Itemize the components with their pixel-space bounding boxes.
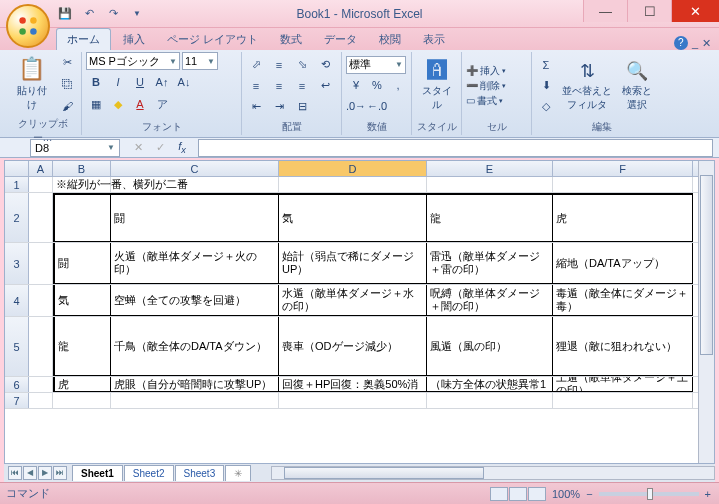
cell[interactable]: 始計（弱点で稀にダメージUP） — [279, 243, 427, 284]
col-header[interactable]: E — [427, 161, 553, 176]
merge-icon[interactable]: ⊟ — [292, 97, 312, 117]
row-header[interactable]: 4 — [5, 285, 29, 316]
number-format-combo[interactable]: 標準▼ — [346, 56, 406, 74]
cell[interactable]: 気 — [279, 193, 427, 242]
minimize-ribbon-icon[interactable]: _ — [692, 37, 698, 49]
save-icon[interactable]: 💾 — [56, 5, 74, 23]
align-left-icon[interactable]: ≡ — [246, 76, 266, 96]
cell[interactable] — [279, 393, 427, 408]
row-header[interactable]: 7 — [5, 393, 29, 408]
prev-sheet-button[interactable]: ◀ — [23, 466, 37, 480]
row-header[interactable]: 1 — [5, 177, 29, 192]
wrap-text-icon[interactable]: ↩ — [315, 76, 335, 96]
cell[interactable]: 虎眼（自分が暗闇時に攻撃UP） — [111, 377, 279, 392]
cell[interactable]: 闘 — [111, 193, 279, 242]
zoom-level[interactable]: 100% — [552, 488, 580, 500]
cell[interactable]: 気 — [53, 285, 111, 316]
cell[interactable] — [427, 177, 553, 192]
cell[interactable] — [53, 393, 111, 408]
maximize-button[interactable]: ☐ — [627, 0, 671, 22]
zoom-out-button[interactable]: − — [586, 488, 592, 500]
autosum-icon[interactable]: Σ — [536, 55, 556, 75]
orientation-icon[interactable]: ⟲ — [315, 55, 335, 75]
cell[interactable]: 雷迅（敵単体ダメージ＋雷の印） — [427, 243, 553, 284]
cell[interactable]: 土遁（敵単体ダメージ＋土の印） — [553, 377, 693, 392]
cell[interactable] — [29, 377, 53, 392]
fill-color-button[interactable]: ◆ — [108, 94, 128, 114]
cell[interactable] — [29, 317, 53, 376]
tab-review[interactable]: 校閲 — [369, 29, 411, 50]
horizontal-scrollbar[interactable] — [271, 466, 715, 480]
align-center-icon[interactable]: ≡ — [269, 76, 289, 96]
shrink-font-icon[interactable]: A↓ — [174, 72, 194, 92]
cell[interactable] — [29, 285, 53, 316]
sort-filter-button[interactable]: ⇅ 並べ替えと フィルタ — [558, 58, 616, 114]
cell[interactable]: 縮地（DA/TAアップ） — [553, 243, 693, 284]
cell[interactable] — [29, 193, 53, 242]
bold-button[interactable]: B — [86, 72, 106, 92]
cell[interactable] — [279, 177, 427, 192]
cell[interactable] — [29, 243, 53, 284]
cell[interactable]: 火遁（敵単体ダメージ＋火の印） — [111, 243, 279, 284]
align-middle-icon[interactable]: ≡ — [269, 55, 289, 75]
cell[interactable]: 虎 — [553, 193, 693, 242]
zoom-slider[interactable] — [599, 492, 699, 496]
cell[interactable]: 活殺（自分の状態異常全て回復＋HP回復：奥義50%消費） — [279, 377, 427, 392]
undo-icon[interactable]: ↶ — [80, 5, 98, 23]
clear-icon[interactable]: ◇ — [536, 97, 556, 117]
cell[interactable]: 喪車（ODゲージ減少） — [279, 317, 427, 376]
grow-font-icon[interactable]: A↑ — [152, 72, 172, 92]
cell[interactable]: 龍 — [53, 317, 111, 376]
sheet-tab[interactable]: Sheet2 — [124, 465, 174, 481]
insert-cells-button[interactable]: ➕挿入▾ — [466, 64, 506, 78]
fx-icon[interactable]: fx — [172, 138, 192, 158]
next-sheet-button[interactable]: ▶ — [38, 466, 52, 480]
row-header[interactable]: 3 — [5, 243, 29, 284]
col-header[interactable]: A — [29, 161, 53, 176]
cell[interactable]: 千鳥（敵全体のDA/TAダウン） — [111, 317, 279, 376]
cell[interactable]: 龍 — [427, 193, 553, 242]
row-header[interactable]: 2 — [5, 193, 29, 242]
col-header[interactable]: B — [53, 161, 111, 176]
page-layout-view-button[interactable] — [509, 487, 527, 501]
format-painter-icon[interactable]: 🖌 — [57, 96, 77, 116]
qat-dropdown-icon[interactable]: ▼ — [128, 5, 146, 23]
percent-icon[interactable]: % — [367, 75, 387, 95]
row-header[interactable]: 5 — [5, 317, 29, 376]
font-name-combo[interactable]: MS Pゴシック▼ — [86, 52, 180, 70]
cell[interactable] — [111, 393, 279, 408]
font-color-button[interactable]: A — [130, 94, 150, 114]
sheet-tab[interactable]: Sheet1 — [72, 465, 123, 481]
cancel-formula-icon[interactable]: ✕ — [128, 138, 148, 158]
cut-icon[interactable]: ✂ — [57, 52, 77, 72]
tab-home[interactable]: ホーム — [56, 28, 111, 50]
cell[interactable]: ※縦列が一番、横列が二番 — [53, 177, 111, 192]
tab-view[interactable]: 表示 — [413, 29, 455, 50]
paste-button[interactable]: 📋 貼り付け — [8, 54, 55, 114]
tab-insert[interactable]: 挿入 — [113, 29, 155, 50]
copy-icon[interactable]: ⿻ — [57, 74, 77, 94]
cell[interactable]: 闘 — [53, 243, 111, 284]
inc-decimal-icon[interactable]: .0→ — [346, 96, 366, 116]
cell[interactable]: 水遁（敵単体ダメージ＋水の印） — [279, 285, 427, 316]
cell[interactable]: 虎 — [53, 377, 111, 392]
tab-formulas[interactable]: 数式 — [270, 29, 312, 50]
cell[interactable]: 狸退（敵に狙われない） — [553, 317, 693, 376]
cell[interactable]: 蛍火 （味方全体の状態異常1つ回復） — [427, 377, 553, 392]
format-cells-button[interactable]: ▭書式▾ — [466, 94, 506, 108]
cell[interactable] — [553, 177, 693, 192]
office-button[interactable] — [6, 4, 50, 48]
indent-inc-icon[interactable]: ⇥ — [269, 97, 289, 117]
normal-view-button[interactable] — [490, 487, 508, 501]
select-all-corner[interactable] — [5, 161, 29, 176]
font-size-combo[interactable]: 11▼ — [182, 52, 218, 70]
doc-close-icon[interactable]: ✕ — [702, 37, 711, 50]
comma-icon[interactable]: , — [388, 75, 408, 95]
first-sheet-button[interactable]: ⏮ — [8, 466, 22, 480]
redo-icon[interactable]: ↷ — [104, 5, 122, 23]
help-icon[interactable]: ? — [674, 36, 688, 50]
tab-data[interactable]: データ — [314, 29, 367, 50]
indent-dec-icon[interactable]: ⇤ — [246, 97, 266, 117]
currency-icon[interactable]: ¥ — [346, 75, 366, 95]
cell[interactable] — [29, 177, 53, 192]
